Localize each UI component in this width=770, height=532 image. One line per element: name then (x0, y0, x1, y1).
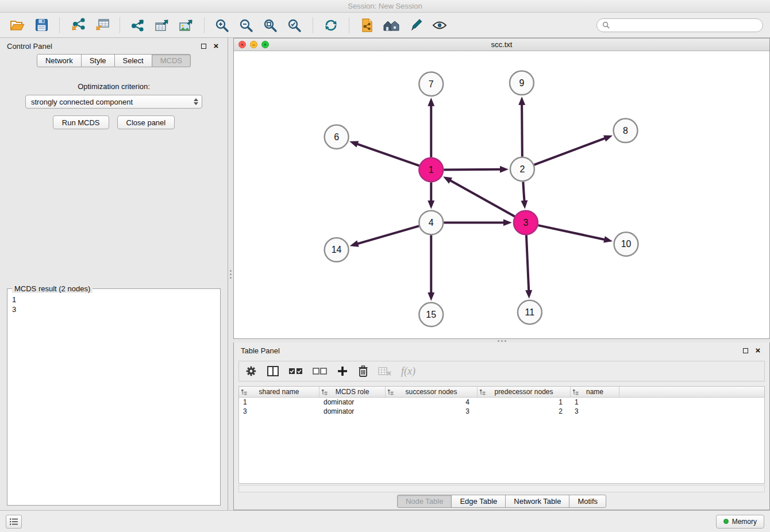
criterion-dropdown[interactable]: strongly connected component (25, 95, 202, 109)
run-mcds-button[interactable]: Run MCDS (53, 115, 109, 129)
table-tabs: Node TableEdge TableNetwork TableMotifs (234, 492, 769, 510)
trash-icon (357, 365, 369, 377)
home-button[interactable] (381, 16, 402, 35)
graph-edge-2-8[interactable] (534, 138, 606, 165)
table-cell: 1 (239, 398, 319, 407)
apply-layout-button[interactable] (321, 16, 341, 35)
show-graphics-details-button[interactable] (429, 16, 450, 35)
graph-node-label: 11 (525, 307, 535, 317)
save-session-button[interactable] (31, 16, 52, 35)
import-network-button[interactable] (67, 16, 88, 35)
graph-node-label: 15 (426, 310, 436, 319)
graph-edge-arrow (521, 201, 528, 209)
column-header-MCDS-role[interactable]: MCDS role (319, 387, 386, 397)
graph-node-label: 14 (332, 245, 342, 255)
control-panel-tab-network[interactable]: Network (37, 54, 82, 67)
graph-edge-1-2[interactable] (444, 169, 502, 170)
export-network-button[interactable] (128, 16, 148, 35)
table-cell: 3 (239, 407, 319, 416)
checked-boxes-icon (288, 367, 303, 376)
network-canvas[interactable]: 7968124314101511 (234, 51, 769, 338)
close-panel-button-mcds[interactable]: Close panel (117, 115, 175, 129)
export-table-icon (154, 18, 170, 33)
control-panel-title: Control Panel (7, 42, 52, 51)
column-header-name[interactable]: name (571, 387, 619, 397)
table-cell: 4 (386, 398, 478, 407)
graph-edge-1-6[interactable] (356, 144, 419, 165)
import-network-icon (70, 18, 86, 33)
export-table-button[interactable] (152, 16, 172, 35)
control-panel-tab-style[interactable]: Style (81, 54, 115, 67)
open-session-button[interactable] (7, 16, 28, 35)
float-icon (743, 348, 748, 353)
graph-edge-3-11[interactable] (526, 235, 529, 292)
attribute-type-icon (387, 389, 394, 395)
graph-node-label: 2 (519, 164, 525, 174)
memory-button[interactable]: Memory (716, 515, 764, 529)
table-tab-motifs[interactable]: Motifs (569, 495, 606, 508)
delete-column-button[interactable] (357, 363, 369, 379)
graph-edge-3-10[interactable] (538, 225, 606, 240)
column-header-predecessor-nodes[interactable]: predecessor nodes (478, 387, 571, 397)
search-field[interactable] (596, 18, 763, 32)
refresh-arrows-icon (324, 18, 338, 33)
table-row[interactable]: 3dominator323 (239, 407, 764, 416)
table-row[interactable]: 1dominator411 (239, 398, 764, 407)
zoom-in-button[interactable] (212, 16, 233, 35)
select-all-button[interactable] (288, 363, 303, 379)
plus-icon (337, 365, 348, 377)
column-header-shared-name[interactable]: shared name (239, 387, 319, 397)
float-table-panel-button[interactable] (741, 346, 750, 355)
show-columns-button[interactable] (267, 363, 279, 379)
paint-brush-icon (408, 18, 423, 33)
table-tab-node-table[interactable]: Node Table (397, 495, 452, 508)
unchecked-boxes-icon (313, 367, 328, 376)
graph-edge-arrow (443, 176, 452, 183)
control-panel-tab-select[interactable]: Select (114, 54, 152, 67)
graph-edge-2-3[interactable] (523, 182, 524, 202)
import-table-button[interactable] (91, 16, 112, 35)
zoom-selected-button[interactable] (284, 16, 305, 35)
table-tab-edge-table[interactable]: Edge Table (451, 495, 506, 508)
vertical-splitter[interactable] (228, 38, 233, 510)
save-floppy-icon (35, 18, 48, 32)
style-brush-button[interactable] (405, 16, 426, 35)
create-column-button[interactable] (337, 363, 348, 379)
table-tab-network-table[interactable]: Network Table (505, 495, 569, 508)
float-panel-button[interactable] (199, 41, 208, 51)
function-builder-button[interactable]: f(x) (401, 363, 415, 379)
network-window-title: scc.txt (491, 40, 513, 49)
zoom-out-button[interactable] (236, 16, 257, 35)
window-minimize-button[interactable]: – (250, 41, 257, 48)
column-header-successor-nodes[interactable]: successor nodes (386, 387, 478, 397)
network-file-button[interactable] (357, 16, 378, 35)
delete-table-button[interactable] (378, 363, 392, 379)
attribute-type-icon (572, 389, 579, 395)
task-history-button[interactable] (6, 515, 22, 529)
columns-icon (267, 365, 279, 377)
graph-edge-3-1[interactable] (449, 180, 515, 217)
window-close-button[interactable]: × (238, 41, 246, 48)
close-table-panel-button[interactable]: × (753, 346, 763, 355)
graph-node-label: 4 (429, 218, 434, 228)
close-panel-button[interactable]: × (211, 41, 221, 51)
zoom-selected-icon (287, 18, 303, 33)
graph-node-label: 10 (621, 240, 632, 249)
mcds-result-box: MCDS result (2 nodes) 13 (7, 288, 221, 506)
deselect-all-button[interactable] (313, 363, 328, 379)
graph-edge-2-9[interactable] (522, 103, 522, 157)
main-area: Control Panel × NetworkStyleSelectMCDS O… (0, 38, 770, 510)
graph-edge-4-14[interactable] (356, 226, 419, 244)
search-input[interactable] (613, 21, 757, 29)
table-settings-button[interactable] (245, 363, 257, 379)
table-horizontal-scrollbar[interactable] (238, 485, 765, 492)
control-panel-tab-mcds[interactable]: MCDS (152, 54, 191, 67)
application-window: Session: New Session (0, 0, 770, 532)
export-network-icon (130, 18, 146, 33)
zoom-fit-button[interactable] (260, 16, 281, 35)
window-zoom-button[interactable]: + (261, 41, 269, 48)
eye-icon (432, 18, 448, 32)
memory-label: Memory (732, 518, 757, 526)
toolbar-separator (120, 17, 120, 33)
export-image-button[interactable] (176, 16, 197, 35)
